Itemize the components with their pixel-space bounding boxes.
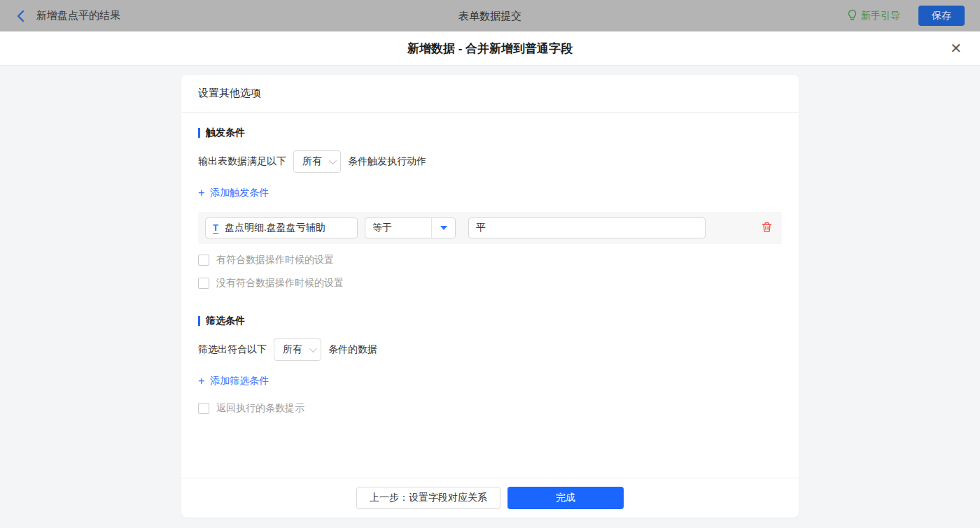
text-type-icon: T [213, 223, 218, 234]
condition-value-input[interactable] [468, 217, 706, 238]
beginner-guide-label: 新手引导 [861, 10, 900, 22]
add-filter-condition-label: 添加筛选条件 [210, 375, 269, 387]
card-footer: 上一步：设置字段对应关系 完成 [181, 478, 799, 518]
chevron-down-icon [329, 157, 337, 164]
beginner-guide-link[interactable]: 新手引导 [847, 9, 900, 23]
checkbox-has-match-label: 有符合数据操作时候的设置 [216, 254, 334, 266]
card-header-title: 设置其他选项 [198, 87, 261, 100]
checkbox-count-tip-label: 返回执行的条数提示 [216, 402, 304, 415]
options-card: 设置其他选项 触发条件 输出表数据满足以下 所有 条件触发执行动作 + 添加触发… [181, 75, 799, 518]
filter-match-select[interactable]: 所有 [274, 338, 321, 361]
trigger-section-title: 触发条件 [198, 127, 782, 139]
dialog-body: 设置其他选项 触发条件 输出表数据满足以下 所有 条件触发执行动作 + 添加触发… [0, 66, 980, 528]
filter-match-select-value: 所有 [283, 343, 302, 356]
condition-operator-select[interactable]: 等于 [365, 217, 456, 238]
plus-icon: + [198, 187, 204, 199]
previous-step-button[interactable]: 上一步：设置字段对应关系 [356, 487, 500, 509]
trigger-section-title-text: 触发条件 [206, 127, 245, 139]
save-button[interactable]: 保存 [918, 6, 965, 26]
add-trigger-condition-link[interactable]: + 添加触发条件 [198, 187, 269, 199]
filter-match-sentence: 筛选出符合以下 所有 条件的数据 [198, 338, 782, 361]
add-filter-condition-link[interactable]: + 添加筛选条件 [198, 375, 269, 387]
chevron-down-icon [309, 345, 317, 352]
condition-field-input[interactable] [225, 222, 350, 234]
checkbox-has-match[interactable] [198, 255, 209, 266]
card-body: 触发条件 输出表数据满足以下 所有 条件触发执行动作 + 添加触发条件 T [181, 113, 799, 478]
filter-section-title: 筛选条件 [198, 315, 782, 327]
chevron-left-icon [15, 10, 27, 22]
operator-caret-segment[interactable] [431, 218, 455, 238]
trash-icon [762, 222, 772, 235]
lightbulb-icon [847, 9, 858, 23]
dialog-header: 新增数据 - 合并新增到普通字段 ✕ [0, 31, 980, 66]
delete-condition-button[interactable] [762, 222, 772, 235]
card-header: 设置其他选项 [181, 75, 799, 113]
plus-icon: + [198, 376, 204, 387]
close-icon[interactable]: ✕ [950, 41, 962, 55]
trigger-sentence-prefix: 输出表数据满足以下 [198, 155, 286, 168]
section-bar [198, 316, 200, 326]
section-bar [198, 128, 200, 138]
dialog-title: 新增数据 - 合并新增到普通字段 [407, 41, 573, 57]
condition-field-select[interactable]: T [205, 217, 358, 238]
checkbox-count-tip[interactable] [198, 403, 209, 414]
trigger-match-select-value: 所有 [302, 155, 322, 168]
checkbox-row-has-match[interactable]: 有符合数据操作时候的设置 [198, 254, 782, 266]
checkbox-no-match[interactable] [198, 278, 209, 289]
topbar-title: 表单数据提交 [458, 9, 522, 22]
trigger-match-sentence: 输出表数据满足以下 所有 条件触发执行动作 [198, 150, 782, 173]
finish-button[interactable]: 完成 [507, 487, 624, 509]
caret-down-icon [440, 226, 447, 230]
checkbox-row-no-match[interactable]: 没有符合数据操作时候的设置 [198, 277, 782, 290]
topbar-back-label: 新增盘点平的结果 [36, 9, 120, 22]
trigger-match-select[interactable]: 所有 [293, 150, 341, 173]
checkbox-row-count-tip[interactable]: 返回执行的条数提示 [198, 402, 782, 415]
filter-sentence-suffix: 条件的数据 [328, 343, 377, 356]
condition-operator-value: 等于 [365, 222, 431, 234]
topbar: 新增盘点平的结果 表单数据提交 新手引导 保存 [0, 0, 980, 31]
checkbox-no-match-label: 没有符合数据操作时候的设置 [216, 277, 344, 290]
filter-section-title-text: 筛选条件 [206, 315, 245, 327]
filter-sentence-prefix: 筛选出符合以下 [198, 343, 267, 356]
trigger-condition-row: T 等于 [198, 212, 782, 244]
back-button[interactable] [15, 10, 27, 22]
add-trigger-condition-label: 添加触发条件 [210, 187, 269, 199]
trigger-sentence-suffix: 条件触发执行动作 [348, 155, 426, 168]
